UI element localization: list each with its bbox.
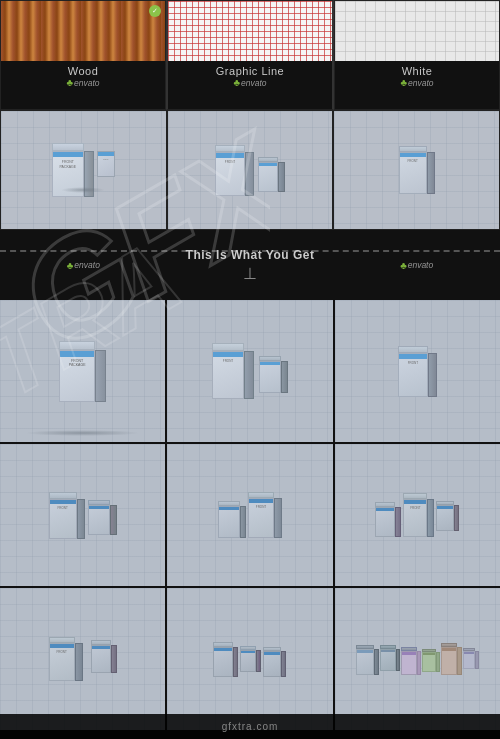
mockup-content-1-3: FRONT: [335, 300, 500, 442]
box-stripe-inset-1: [98, 152, 114, 156]
texture-cell-wood: Wood ♣ envato ✓: [0, 0, 166, 110]
envato-leaf-sep-right: ♣: [400, 260, 407, 271]
mockup-content-3-1: FRONT: [0, 588, 165, 730]
bottom-bar: gfxtra.com: [0, 714, 500, 739]
texture-cell-graphic: Graphic Line ♣ envato: [166, 0, 334, 110]
mockup-boxes-2: FRONT: [212, 343, 288, 399]
product-preview-row: FRONTPACKAGE PKG: [0, 110, 500, 230]
box-stripe-1: [53, 152, 83, 157]
mockup-cell-3-3: [335, 588, 500, 730]
box-group-2: FRONT: [215, 145, 285, 196]
preview-cell-2: FRONT: [167, 110, 334, 230]
separator-right: ♣ envato: [333, 260, 500, 271]
section-title: This Is What You Get: [186, 248, 315, 262]
envato-leaf-icon: ♣: [66, 77, 73, 88]
envato-logo-white: ♣ envato: [400, 77, 433, 88]
box-top-2a: [215, 145, 245, 152]
envato-logo-wood: ♣ envato: [66, 77, 99, 88]
mockup-cell-2-3: FRONT: [335, 444, 500, 586]
mockup-cell-2-1: FRONT: [0, 444, 165, 586]
shadow-1: [61, 187, 105, 193]
mockup-content-2-3: FRONT: [335, 444, 500, 586]
shadow-m1: [25, 430, 141, 436]
wood-label: Wood: [68, 65, 99, 77]
mockup-content-1-2: FRONT: [167, 300, 332, 442]
wood-texture-image: [1, 1, 165, 61]
mockup-boxes-8: [213, 642, 286, 677]
envato-logo-separator-right: ♣ envato: [400, 260, 433, 271]
mockup-boxes-6: FRONT: [375, 493, 459, 537]
mockup-cell-1-2: FRONT: [167, 300, 332, 442]
texture-row: Wood ♣ envato ✓ Graphic Line ♣ envato Wh…: [0, 0, 500, 110]
envato-leaf-sep-left: ♣: [67, 260, 74, 271]
box-text-1: FRONTPACKAGE: [59, 160, 76, 169]
texture-cell-white: White ♣ envato: [334, 0, 500, 110]
mockup-grid: FRONTPACKAGE FRONT: [0, 300, 500, 730]
box-inset-label-1: PKG: [103, 158, 108, 161]
graphic-label: Graphic Line: [216, 65, 284, 77]
mockup-boxes-4: FRONT: [49, 492, 117, 539]
mockup-content-1-1: FRONTPACKAGE: [0, 300, 165, 442]
mockup-box-1: FRONTPACKAGE: [59, 341, 106, 402]
separator-content: ♣ envato This Is What You Get ⊥ ♣ envato: [0, 248, 500, 282]
white-label: White: [402, 65, 433, 77]
separator-middle: This Is What You Get ⊥: [167, 248, 334, 282]
separator-section: ♣ envato This Is What You Get ⊥ ♣ envato: [0, 230, 500, 300]
mockup-cell-1-3: FRONT: [335, 300, 500, 442]
envato-logo-graphic: ♣ envato: [233, 77, 266, 88]
mockup-boxes-5: FRONT: [218, 492, 282, 538]
white-texture-image: [335, 1, 499, 61]
box-group-3: FRONT: [399, 146, 435, 194]
bottom-url-text: gfxtra.com: [222, 721, 279, 732]
mockup-content-3-2: [167, 588, 332, 730]
preview-cell-1: FRONTPACKAGE PKG: [0, 110, 167, 230]
mockup-cell-3-2: [167, 588, 332, 730]
mockup-colored-boxes: [356, 643, 479, 675]
mockup-box-3: FRONT: [398, 346, 437, 397]
checkmark-icon: ✓: [149, 5, 161, 17]
preview-content-3: FRONT: [334, 111, 499, 229]
box-inset-1: PKG: [97, 151, 115, 177]
box-3d-2b: [258, 157, 285, 192]
graphic-texture-image: [168, 1, 332, 61]
mockup-content-3-3: [335, 588, 500, 730]
preview-content-1: FRONTPACKAGE PKG: [1, 111, 166, 229]
envato-leaf-icon-3: ♣: [400, 77, 407, 88]
mockup-boxes-7: FRONT: [49, 637, 117, 681]
mockup-cell-3-1: FRONT: [0, 588, 165, 730]
mockup-cell-1-1: FRONTPACKAGE: [0, 300, 165, 442]
separator-left: ♣ envato: [0, 260, 167, 271]
envato-leaf-icon-2: ♣: [233, 77, 240, 88]
preview-cell-3: FRONT: [333, 110, 500, 230]
down-arrow-icon: ⊥: [243, 266, 257, 282]
mockup-cell-2-2: FRONT: [167, 444, 332, 586]
box-front-2a: FRONT: [215, 152, 245, 196]
envato-logo-separator-left: ♣ envato: [67, 260, 100, 271]
preview-content-2: FRONT: [168, 111, 333, 229]
box-3d-2a: FRONT: [215, 145, 254, 196]
mockup-content-2-1: FRONT: [0, 444, 165, 586]
mockup-content-2-2: FRONT: [167, 444, 332, 586]
box-top-1: [52, 143, 84, 151]
box-body-2a: FRONT: [215, 152, 254, 196]
